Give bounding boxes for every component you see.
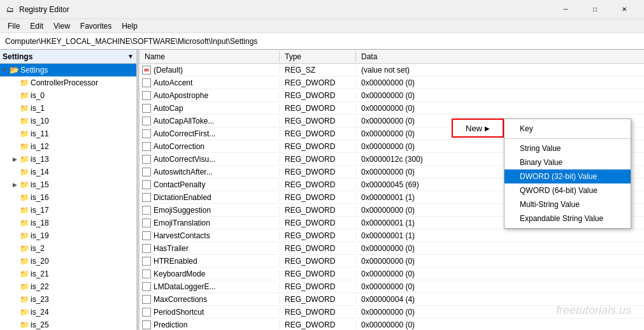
- value-name: Prediction: [154, 320, 187, 329]
- tree-item[interactable]: 📁is_14: [0, 166, 136, 178]
- tree-item[interactable]: ▼📂Settings: [0, 64, 136, 76]
- tree-collapse-icon[interactable]: ▼: [127, 53, 134, 60]
- col-header-name[interactable]: Name: [140, 51, 280, 62]
- ctx-menu-item[interactable]: String Value: [504, 141, 631, 155]
- tree-item[interactable]: 📁is_16: [0, 191, 136, 204]
- cell-name: ContactPenalty: [140, 180, 280, 189]
- reg-icon-dword: [142, 295, 151, 304]
- folder-icon: 📁: [19, 129, 29, 138]
- folder-icon: 📁: [19, 231, 29, 240]
- cell-type: REG_DWORD: [280, 91, 356, 100]
- tree-item[interactable]: 📁is_0: [0, 89, 136, 102]
- cell-data: 0x00000000 (0): [356, 320, 644, 329]
- table-row[interactable]: PredictionREG_DWORD0x00000000 (0): [140, 319, 644, 330]
- table-row[interactable]: HasTrailerREG_DWORD0x00000000 (0): [140, 242, 644, 255]
- tree-item-label: is_1: [29, 104, 45, 113]
- value-name: HTREnabled: [154, 257, 197, 266]
- tree-expand-icon[interactable]: ▶: [10, 182, 19, 188]
- cell-data: (value not set): [356, 66, 644, 75]
- value-name: AutoCapAllToke...: [154, 117, 214, 126]
- ctx-menu-item[interactable]: DWORD (32-bit) Value: [504, 169, 631, 183]
- tree-item[interactable]: 📁is_12: [0, 140, 136, 153]
- title-bar-controls: ─ □ ✕: [551, 0, 639, 19]
- folder-icon: 📁: [19, 117, 29, 126]
- cell-name: EmojiSuggestion: [140, 206, 280, 215]
- tree-panel[interactable]: Settings ▼ ▼📂Settings 📁ControllerProcess…: [0, 50, 137, 330]
- table-row[interactable]: AutoCapREG_DWORD0x00000000 (0): [140, 102, 644, 115]
- tree-item-label: is_21: [29, 269, 49, 278]
- reg-icon-dword: [142, 269, 151, 278]
- tree-item[interactable]: 📁is_24: [0, 306, 136, 319]
- menu-bar: File Edit View Favorites Help: [0, 19, 644, 33]
- menu-help[interactable]: Help: [117, 20, 143, 32]
- value-name: AutoswitchAfter...: [154, 168, 213, 176]
- maximize-button[interactable]: □: [580, 0, 610, 19]
- cell-type: REG_DWORD: [280, 180, 356, 189]
- tree-item[interactable]: 📁is_22: [0, 280, 136, 293]
- right-panel: Name Type Data ab(Default)REG_SZ(value n…: [140, 50, 644, 330]
- ctx-menu-item[interactable]: Key: [504, 122, 631, 136]
- tree-item[interactable]: 📁is_21: [0, 268, 136, 280]
- value-name: AutoCorrectFirst...: [154, 129, 215, 138]
- folder-icon: 📁: [19, 104, 29, 113]
- table-row[interactable]: MaxCorrectionsREG_DWORD0x00000004 (4): [140, 293, 644, 306]
- reg-icon-dword: [142, 104, 151, 113]
- tree-item-label: is_11: [29, 129, 49, 138]
- cell-name: PeriodShortcut: [140, 308, 280, 317]
- table-row[interactable]: KeyboardModeREG_DWORD0x00000000 (0): [140, 268, 644, 280]
- tree-item[interactable]: 📁is_10: [0, 115, 136, 127]
- cell-type: REG_DWORD: [280, 78, 356, 87]
- table-row[interactable]: LMDataLoggerE...REG_DWORD0x00000000 (0): [140, 280, 644, 293]
- table-row[interactable]: AutoAccentREG_DWORD0x00000000 (0): [140, 76, 644, 89]
- col-header-data[interactable]: Data: [356, 51, 644, 62]
- folder-icon: 📁: [19, 206, 29, 215]
- table-row[interactable]: HarvestContactsREG_DWORD0x00000001 (1): [140, 229, 644, 242]
- tree-item[interactable]: 📁is_11: [0, 127, 136, 140]
- value-name: (Default): [154, 66, 183, 75]
- ctx-menu-item[interactable]: QWORD (64-bit) Value: [504, 183, 631, 197]
- folder-icon: 📁: [19, 320, 29, 329]
- col-header-type[interactable]: Type: [280, 51, 356, 62]
- tree-item[interactable]: 📁is_23: [0, 293, 136, 306]
- table-row[interactable]: HTREnabledREG_DWORD0x00000000 (0): [140, 255, 644, 268]
- app-icon: 🗂: [5, 4, 15, 15]
- tree-item[interactable]: 📁is_19: [0, 229, 136, 242]
- cell-name: AutoApostrophe: [140, 91, 280, 100]
- menu-favorites[interactable]: Favorites: [75, 20, 117, 32]
- value-name: ContactPenalty: [154, 180, 205, 189]
- value-name: AutoCorrection: [154, 142, 204, 151]
- minimize-button[interactable]: ─: [551, 0, 580, 19]
- tree-item[interactable]: 📁is_18: [0, 217, 136, 229]
- tree-item[interactable]: 📁is_25: [0, 319, 136, 330]
- ctx-menu-item[interactable]: Binary Value: [504, 155, 631, 169]
- table-row[interactable]: AutoApostropheREG_DWORD0x00000000 (0): [140, 89, 644, 102]
- cell-name: AutoCapAllToke...: [140, 117, 280, 126]
- folder-icon: 📁: [19, 142, 29, 151]
- menu-view[interactable]: View: [48, 20, 75, 32]
- tree-item[interactable]: ▶📁is_15: [0, 178, 136, 191]
- tree-item[interactable]: 📁is_2: [0, 242, 136, 255]
- tree-item[interactable]: 📁is_20: [0, 255, 136, 268]
- menu-edit[interactable]: Edit: [25, 20, 48, 32]
- tree-item[interactable]: 📁is_17: [0, 204, 136, 217]
- value-name: EmojiTranslation: [154, 219, 210, 227]
- table-row[interactable]: PeriodShortcutREG_DWORD0x00000000 (0): [140, 306, 644, 319]
- tree-item[interactable]: 📁is_1: [0, 102, 136, 115]
- cell-data: 0x00000000 (0): [356, 308, 644, 317]
- cell-type: REG_DWORD: [280, 231, 356, 240]
- tree-expand-icon[interactable]: ▶: [10, 156, 19, 162]
- new-button-label: New: [466, 124, 482, 133]
- menu-file[interactable]: File: [3, 20, 25, 32]
- tree-expand-icon[interactable]: ▼: [0, 67, 9, 73]
- cell-data: 0x00000001 (1): [356, 231, 644, 240]
- tree-item[interactable]: 📁ControllerProcessor: [0, 76, 136, 89]
- close-button[interactable]: ✕: [610, 0, 639, 19]
- cell-type: REG_DWORD: [280, 282, 356, 291]
- tree-item[interactable]: ▶📁is_13: [0, 153, 136, 166]
- new-button[interactable]: New ▶: [452, 118, 504, 138]
- ctx-menu-item[interactable]: Multi-String Value: [504, 197, 631, 212]
- ctx-menu-item[interactable]: Expandable String Value: [504, 212, 631, 226]
- table-row[interactable]: ab(Default)REG_SZ(value not set): [140, 64, 644, 76]
- folder-icon: 📁: [19, 78, 29, 87]
- cell-type: REG_DWORD: [280, 219, 356, 227]
